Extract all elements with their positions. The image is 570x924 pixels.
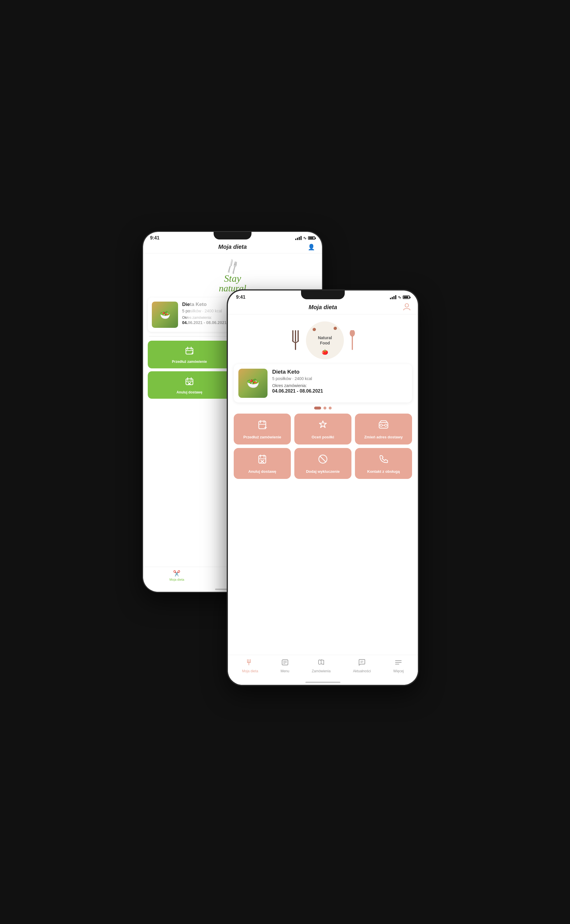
- profile-icon-front[interactable]: [403, 303, 411, 312]
- svg-line-36: [320, 456, 326, 462]
- dodaj-label: Dodaj wykluczenie: [306, 469, 340, 474]
- svg-point-20: [350, 330, 355, 337]
- nav-moja-dieta-back[interactable]: ✂️ Moja dieta: [169, 570, 184, 581]
- svg-rect-19: [295, 342, 296, 350]
- action-btn-anuluj-back[interactable]: Anuluj dostawę: [148, 371, 231, 399]
- bottom-nav: Moja dieta Menu: [228, 655, 418, 679]
- svg-point-27: [380, 424, 382, 426]
- logo-text: Natural Food: [318, 335, 332, 346]
- nav-aktualnosci[interactable]: Aktualności: [353, 659, 371, 673]
- header-title-back: Moja dieta: [218, 243, 247, 250]
- diet-image-back: 🥗: [152, 301, 178, 328]
- nav-icon-moja-dieta: [246, 659, 254, 668]
- diet-details: 5 posiłków · 2400 kcal: [272, 376, 408, 381]
- carousel-dots: [228, 403, 418, 414]
- logo-area: Natural Food 🟤 🟤 🍅: [228, 314, 418, 364]
- diet-card: 🥗 Dieta Keto 5 posiłków · 2400 kcal Okre…: [234, 364, 412, 403]
- anuluj-icon-back: [185, 377, 194, 388]
- fork-logo-back: 🍴: [224, 258, 242, 275]
- nav-icon-wiecej: [395, 659, 402, 668]
- fork-icon: [290, 330, 301, 351]
- dot-2[interactable]: [323, 407, 326, 409]
- ocen-label: Oceń posiłki: [311, 435, 334, 440]
- nav-label-moja-dieta: Moja dieta: [242, 669, 258, 673]
- seed-2: 🟤: [333, 327, 337, 330]
- battery-icon-back: [308, 236, 315, 240]
- status-time-front: 9:41: [236, 295, 245, 300]
- nav-icon-zamowienia: [317, 659, 325, 668]
- profile-icon-back[interactable]: 👤: [308, 243, 315, 251]
- diet-period-label: Okres zamówienia:: [272, 383, 408, 388]
- svg-rect-21: [352, 336, 353, 350]
- nav-icon-moja-dieta-back: ✂️: [173, 570, 180, 577]
- svg-text:+: +: [191, 351, 193, 355]
- action-btn-przedluz-back[interactable]: + Przedłuż zamówienie: [148, 341, 231, 368]
- kontakt-icon: [378, 454, 389, 466]
- signal-icon-front: [390, 295, 396, 299]
- dot-1[interactable]: [314, 407, 321, 409]
- przedluz-icon-back: +: [185, 346, 194, 357]
- veggie-decor: 🍅: [322, 349, 328, 355]
- action-btn-ocen[interactable]: Oceń posiłki: [294, 414, 351, 444]
- ocen-icon: [318, 420, 328, 432]
- wifi-icon-back: ∿: [303, 236, 306, 240]
- nav-label-aktualnosci: Aktualności: [353, 669, 371, 673]
- logo-circle: Natural Food 🟤 🟤 🍅: [306, 321, 344, 359]
- diet-info: Dieta Keto 5 posiłków · 2400 kcal Okres …: [272, 369, 408, 394]
- svg-rect-16: [292, 330, 293, 342]
- nav-menu[interactable]: Menu: [280, 659, 290, 673]
- dodaj-icon: [318, 454, 328, 466]
- wifi-icon-front: ∿: [398, 295, 401, 300]
- kontakt-label: Kontakt z obsługą: [367, 469, 400, 474]
- anuluj-icon: [257, 454, 268, 466]
- diet-period: 04.06.2021 - 08.06.2021: [272, 389, 408, 394]
- battery-icon-front: [403, 295, 410, 299]
- nav-label-moja-dieta-back: Moja dieta: [169, 578, 184, 581]
- spoon-icon: [349, 330, 355, 351]
- dot-3[interactable]: [329, 407, 332, 409]
- svg-line-45: [321, 660, 324, 660]
- svg-rect-17: [295, 330, 296, 342]
- nav-zamowienia[interactable]: Zamówienia: [312, 659, 331, 673]
- przedluz-label-back: Przedłuż zamówienie: [172, 360, 207, 364]
- action-btn-dodaj[interactable]: Dodaj wykluczenie: [294, 448, 351, 479]
- svg-text:+: +: [264, 425, 267, 430]
- diet-image: 🥗: [238, 369, 268, 398]
- diet-name: Dieta Keto: [272, 369, 408, 375]
- zmien-icon: [378, 420, 389, 432]
- app-logo-back: 🍴 Stay natural: [219, 259, 246, 293]
- anuluj-label-back: Anuluj dostawę: [176, 390, 202, 395]
- nav-moja-dieta[interactable]: Moja dieta: [242, 659, 258, 673]
- nav-icon-menu: [281, 659, 289, 668]
- action-btn-anuluj[interactable]: Anuluj dostawę: [234, 448, 291, 479]
- svg-line-47: [321, 664, 324, 664]
- action-btn-przedluz[interactable]: + Przedłuż zamówienie: [234, 414, 291, 444]
- signal-icon-back: [295, 236, 302, 240]
- svg-point-28: [385, 424, 387, 426]
- anuluj-label: Anuluj dostawę: [248, 469, 276, 474]
- svg-rect-18: [297, 330, 299, 342]
- nav-label-zamowienia: Zamówienia: [312, 669, 331, 673]
- action-btn-zmien[interactable]: Zmień adres dostawy: [355, 414, 412, 444]
- header-title-front: Moja dieta: [309, 304, 337, 311]
- stay-text-back: Stay: [224, 274, 241, 283]
- seed-1: 🟤: [313, 328, 316, 331]
- action-grid: + Przedłuż zamówienie Oceń posiłki: [228, 414, 418, 484]
- przedluz-icon: +: [257, 420, 268, 432]
- svg-point-15: [405, 304, 409, 307]
- action-btn-kontakt[interactable]: Kontakt z obsługą: [355, 448, 412, 479]
- nav-label-menu: Menu: [280, 669, 290, 673]
- nav-icon-aktualnosci: [358, 659, 366, 668]
- nav-wiecej[interactable]: Więcej: [393, 659, 404, 673]
- diet-image-inner: 🥗: [238, 369, 268, 398]
- status-time-back: 9:41: [150, 235, 159, 241]
- przedluz-label: Przedłuż zamówienie: [243, 435, 281, 440]
- nav-label-wiecej: Więcej: [393, 669, 404, 673]
- zmien-label: Zmień adres dostawy: [364, 435, 403, 440]
